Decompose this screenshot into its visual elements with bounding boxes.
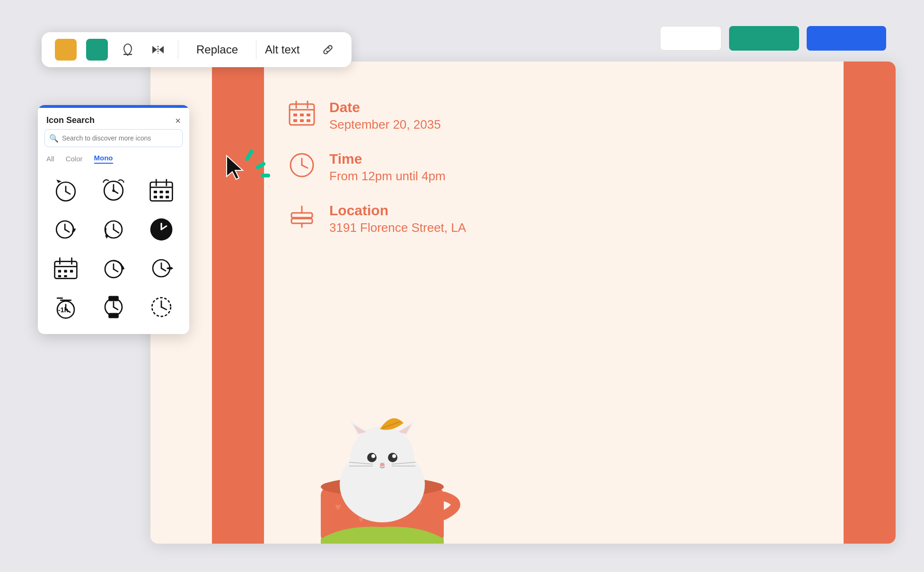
icon-cell-calendar-grid[interactable] bbox=[138, 171, 185, 210]
time-label: Time bbox=[329, 151, 446, 167]
svg-rect-52 bbox=[160, 191, 163, 193]
icon-cell-timer-minus[interactable]: -1h bbox=[42, 288, 89, 326]
fill-icon[interactable] bbox=[117, 39, 138, 60]
svg-line-95 bbox=[114, 307, 118, 309]
svg-text:♥: ♥ bbox=[335, 501, 341, 513]
svg-point-33 bbox=[392, 454, 396, 458]
header-input[interactable] bbox=[660, 26, 722, 51]
svg-line-59 bbox=[65, 229, 69, 232]
svg-line-42 bbox=[66, 192, 70, 194]
svg-rect-75 bbox=[58, 275, 61, 277]
flip-icon[interactable] bbox=[148, 39, 168, 60]
svg-line-63 bbox=[114, 229, 119, 233]
icon-search-input[interactable] bbox=[44, 129, 183, 147]
toolbar-divider bbox=[178, 40, 178, 59]
svg-line-98 bbox=[161, 307, 167, 309]
svg-line-79 bbox=[114, 269, 118, 272]
color-swatch-orange[interactable] bbox=[55, 39, 77, 61]
cursor-area bbox=[224, 154, 248, 183]
cursor-arrow-icon bbox=[224, 154, 248, 181]
event-location-text: Location 3191 Florence Street, LA bbox=[329, 202, 466, 235]
event-time-row: Time From 12pm until 4pm bbox=[288, 151, 466, 184]
svg-line-12 bbox=[302, 165, 308, 168]
svg-point-32 bbox=[371, 454, 375, 458]
header-green-button[interactable] bbox=[729, 26, 799, 51]
icon-search-panel: Icon Search × 🔍 All Color Mono bbox=[38, 105, 189, 334]
svg-marker-64 bbox=[105, 236, 108, 239]
icon-cell-clock-ring[interactable] bbox=[89, 171, 137, 210]
svg-rect-54 bbox=[154, 196, 157, 198]
calendar-icon bbox=[288, 99, 316, 132]
svg-rect-73 bbox=[64, 270, 67, 273]
canvas-card: Date September 20, 2035 Time From 12pm u… bbox=[150, 62, 896, 544]
location-value: 3191 Florence Street, LA bbox=[329, 220, 466, 235]
svg-point-31 bbox=[388, 453, 397, 462]
icon-cell-watch[interactable] bbox=[89, 288, 137, 326]
bar-right bbox=[844, 62, 896, 544]
event-date-row: Date September 20, 2035 bbox=[288, 99, 466, 132]
svg-line-83 bbox=[161, 268, 166, 271]
svg-rect-74 bbox=[70, 270, 73, 273]
bar-left bbox=[212, 62, 264, 544]
tab-mono[interactable]: Mono bbox=[94, 154, 113, 164]
svg-rect-51 bbox=[154, 191, 157, 193]
svg-text:-1h: -1h bbox=[58, 306, 68, 314]
time-value: From 12pm until 4pm bbox=[329, 169, 446, 184]
svg-point-30 bbox=[367, 453, 377, 462]
icon-cell-clock-dashed[interactable] bbox=[138, 288, 185, 326]
header-bar bbox=[660, 26, 886, 51]
icon-cell-calendar-small[interactable] bbox=[42, 249, 89, 288]
color-swatch-green[interactable] bbox=[86, 39, 108, 61]
event-location-row: Location 3191 Florence Street, LA bbox=[288, 202, 466, 235]
clock-icon bbox=[288, 151, 316, 183]
svg-rect-8 bbox=[300, 119, 304, 122]
location-label: Location bbox=[329, 202, 466, 219]
link-icon[interactable] bbox=[317, 39, 338, 60]
svg-rect-76 bbox=[64, 275, 67, 277]
tab-color[interactable]: Color bbox=[66, 154, 83, 164]
panel-title-row: Icon Search × bbox=[38, 108, 189, 129]
cat-illustration: ♥ ♥ ♥ ♥ bbox=[297, 402, 467, 544]
date-label: Date bbox=[329, 99, 441, 115]
date-value: September 20, 2035 bbox=[329, 117, 441, 132]
svg-rect-6 bbox=[307, 114, 310, 116]
event-content: Date September 20, 2035 Time From 12pm u… bbox=[288, 99, 466, 235]
tab-all[interactable]: All bbox=[46, 154, 54, 164]
event-time-text: Time From 12pm until 4pm bbox=[329, 151, 446, 184]
replace-button[interactable]: Replace bbox=[188, 40, 246, 59]
svg-point-34 bbox=[380, 463, 385, 466]
svg-rect-53 bbox=[166, 191, 169, 193]
svg-rect-7 bbox=[293, 119, 297, 122]
event-date-text: Date September 20, 2035 bbox=[329, 99, 441, 132]
svg-rect-72 bbox=[58, 270, 61, 273]
sparkle-3 bbox=[261, 174, 270, 177]
panel-title: Icon Search bbox=[46, 115, 95, 125]
icon-cell-clock-back[interactable] bbox=[42, 171, 89, 210]
icon-cell-clock-circ-arrow[interactable] bbox=[89, 249, 137, 288]
panel-search: 🔍 bbox=[44, 129, 183, 147]
svg-rect-55 bbox=[160, 196, 163, 198]
icon-cell-clock-arrow-right[interactable] bbox=[138, 249, 185, 288]
svg-rect-4 bbox=[293, 114, 297, 116]
toolbar: Replace Alt text bbox=[42, 32, 352, 67]
icon-grid: -1h bbox=[38, 168, 189, 334]
svg-rect-5 bbox=[300, 114, 304, 116]
svg-marker-84 bbox=[171, 266, 173, 270]
header-blue-button[interactable] bbox=[807, 26, 886, 51]
svg-point-46 bbox=[112, 189, 114, 192]
icon-cell-clock-refresh[interactable] bbox=[42, 210, 89, 249]
location-icon bbox=[288, 202, 316, 235]
panel-close-button[interactable]: × bbox=[175, 116, 181, 125]
icon-cell-clock-refresh2[interactable] bbox=[89, 210, 137, 249]
svg-rect-9 bbox=[307, 119, 310, 122]
icon-cell-clock-solid[interactable] bbox=[138, 210, 185, 249]
icon-grid-scroll[interactable]: -1h bbox=[38, 168, 189, 334]
svg-point-25 bbox=[350, 426, 414, 491]
alt-text-button[interactable]: Alt text bbox=[256, 40, 308, 59]
svg-rect-56 bbox=[166, 196, 169, 198]
panel-tabs: All Color Mono bbox=[38, 152, 189, 168]
search-icon: 🔍 bbox=[49, 134, 59, 143]
